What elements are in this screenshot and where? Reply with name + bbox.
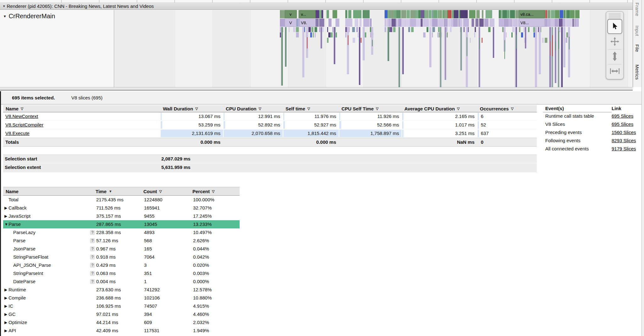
stats-row[interactable]: StringParseFloat?0.918 ms70640.042% xyxy=(3,253,240,261)
stats-row[interactable]: ▶JavaScript375.157 ms945517.245% xyxy=(3,212,240,220)
expand-triangle-icon[interactable]: ▶ xyxy=(3,212,8,220)
event-slices-link[interactable]: 1560 Slices xyxy=(612,130,636,135)
toolbar-grip-handle[interactable] xyxy=(609,13,621,18)
track-header[interactable]: ▾ CrRendererMain xyxy=(0,10,114,20)
event-slices-link[interactable]: 695 Slices xyxy=(612,121,633,127)
side-tab-metrics[interactable]: Metrics xyxy=(635,64,640,80)
stats-percent-cell: 17.245% xyxy=(192,212,240,220)
stats-row-selected[interactable]: ▼Parse287.865 ms1304513.233% xyxy=(3,220,240,228)
stats-time-cell: 44.214 ms xyxy=(96,318,143,327)
side-tab-frame[interactable]: Frame xyxy=(635,3,640,16)
expand-triangle-icon[interactable]: ▶ xyxy=(3,318,8,327)
tab-v8-slices[interactable]: V8 slices (695) xyxy=(71,95,103,100)
expand-triangle-icon[interactable]: ▶ xyxy=(3,204,8,212)
pan-button[interactable] xyxy=(608,35,622,49)
stats-row[interactable]: ParseLazy?228.358 ms489310.497% xyxy=(3,228,240,237)
stats-row[interactable]: ▶Optimize44.214 ms6092.032% xyxy=(3,318,240,327)
badge-cell xyxy=(90,327,96,335)
badge-cell: ? xyxy=(90,228,96,237)
stats-header-count[interactable]: Count▽ xyxy=(143,187,192,195)
help-badge-icon[interactable]: ? xyxy=(90,255,95,260)
collapse-triangle-icon[interactable]: ▾ xyxy=(4,14,6,19)
slice-table-row: V8.NewContext13.067 ms12.991 ms11.976 ms… xyxy=(3,112,537,121)
pane-splitter[interactable] xyxy=(0,87,633,91)
cell-value: 53.259 ms xyxy=(198,121,220,129)
side-tab-input[interactable]: Input xyxy=(635,25,640,36)
help-badge-icon[interactable]: ? xyxy=(90,263,95,268)
slice-name-link[interactable]: V8.Execute xyxy=(5,131,30,136)
column-header-cpu-self-time[interactable]: CPU Self Time▽ xyxy=(339,105,402,112)
sort-arrow-icon: ▼ xyxy=(109,189,112,193)
stats-count-cell: 13045 xyxy=(143,220,192,228)
value-histogram-bar xyxy=(402,113,403,120)
stats-row[interactable]: DateParse?0.004 ms10.000% xyxy=(3,277,240,286)
badge-cell xyxy=(90,318,96,327)
cursor-arrow-button[interactable] xyxy=(607,19,622,34)
slice-name-link[interactable]: V8.ScriptCompiler xyxy=(5,122,43,127)
stats-row[interactable]: ▶API42.409 ms1175311.949% xyxy=(3,327,240,335)
stats-row[interactable]: Parse?57.126 ms5682.626% xyxy=(3,237,240,245)
stats-count-cell: 7064 xyxy=(143,253,192,261)
stats-row[interactable]: ▶IC106.925 ms745074.915% xyxy=(3,302,240,310)
stats-header-time[interactable]: Time▼ xyxy=(96,187,143,195)
stats-row[interactable]: API_JSON_Parse?0.429 ms30.020% xyxy=(3,261,240,269)
event-slices-link[interactable]: 695 Slices xyxy=(612,113,633,119)
flame-slice[interactable]: V xyxy=(285,19,297,27)
slice-name-link[interactable]: V8.NewContext xyxy=(5,114,38,119)
expand-triangle-icon[interactable]: ▶ xyxy=(3,294,8,302)
stats-row[interactable]: ▶GC97.021 ms3944.460% xyxy=(3,310,240,318)
stats-row[interactable]: JsonParse?0.967 ms1650.044% xyxy=(3,245,240,253)
stats-header-name[interactable]: Name xyxy=(3,187,90,195)
zoom-vertical-button[interactable] xyxy=(608,49,622,64)
stats-header-percent[interactable]: Percent▽ xyxy=(192,187,240,195)
column-header-average-cpu-duration[interactable]: Average CPU Duration▽ xyxy=(402,105,477,112)
selection-info-row: Selection start2,087.029 ms xyxy=(3,155,537,163)
flame-slice[interactable]: V8... xyxy=(519,19,545,27)
event-link-cell: 9179 Slices xyxy=(612,145,641,153)
scrollbar-gutter[interactable] xyxy=(641,0,644,336)
collapse-triangle-icon[interactable]: ▼ xyxy=(3,220,8,228)
expand-triangle-icon[interactable]: ▶ xyxy=(3,286,8,294)
stats-time-cell: 228.358 ms xyxy=(96,228,143,237)
column-header-wall-duration[interactable]: Wall Duration▽ xyxy=(160,105,223,112)
flame-slice[interactable]: v xyxy=(285,10,297,18)
stats-name-label: ParseLazy xyxy=(13,228,36,237)
expand-triangle-icon[interactable]: ▶ xyxy=(3,302,8,310)
process-header[interactable]: ▾ Renderer (pid 42065): CNN - Breaking N… xyxy=(0,3,633,10)
expand-triangle-icon[interactable]: ▶ xyxy=(3,310,8,318)
flame-chart-canvas[interactable] xyxy=(114,10,633,87)
totals-avg-cpu-cell: NaN ms xyxy=(402,138,477,146)
help-badge-icon[interactable]: ? xyxy=(90,246,95,251)
stats-row[interactable]: Total2175.435 ms1224880100.000% xyxy=(3,196,240,204)
flame-slice[interactable]: v8.ca... xyxy=(519,10,545,18)
flame-slice[interactable]: v... xyxy=(299,10,316,18)
stats-row[interactable]: ▶Runtime273.630 ms74129212.578% xyxy=(3,286,240,294)
cursor-arrow-icon xyxy=(611,22,619,31)
flame-chart[interactable]: vv...VV8.v8.ca...V8... xyxy=(114,10,633,87)
cell-value: 12.991 ms xyxy=(258,112,280,120)
help-badge-icon[interactable]: ? xyxy=(90,238,95,243)
expand-triangle-icon[interactable]: ▶ xyxy=(3,327,8,335)
cell-value: 52 xyxy=(481,121,486,129)
column-header-name[interactable]: Name▽ xyxy=(3,105,160,112)
help-badge-icon[interactable]: ? xyxy=(90,279,95,284)
help-badge-icon[interactable]: ? xyxy=(90,271,95,276)
stats-row[interactable]: ▶Callback711.526 ms16594132.707% xyxy=(3,204,240,212)
stats-row[interactable]: ▶Compile236.688 ms10210610.880% xyxy=(3,294,240,302)
flame-slice[interactable]: V8. xyxy=(299,19,316,27)
flame-slice-label: v... xyxy=(301,12,306,17)
event-slices-link[interactable]: 8293 Slices xyxy=(612,138,636,143)
stats-name-cell: ▶Compile xyxy=(3,294,90,302)
collapse-triangle-icon[interactable]: ▾ xyxy=(3,4,5,8)
column-header-cpu-duration[interactable]: CPU Duration▽ xyxy=(223,105,283,112)
column-header-occurrences[interactable]: Occurrences▽ xyxy=(477,105,537,112)
cell-value: 11.926 ms xyxy=(377,112,399,120)
event-slices-link[interactable]: 9179 Slices xyxy=(612,146,636,151)
help-badge-icon[interactable]: ? xyxy=(90,230,95,235)
column-header-self-time[interactable]: Self time▽ xyxy=(283,105,339,112)
fit-horizontal-button[interactable] xyxy=(608,64,622,78)
stats-name-label: GC xyxy=(8,310,16,318)
side-tab-file[interactable]: File xyxy=(635,44,640,52)
selection-value: 5,631.959 ms xyxy=(161,163,191,171)
stats-row[interactable]: StringParseInt?0.063 ms3510.003% xyxy=(3,269,240,277)
